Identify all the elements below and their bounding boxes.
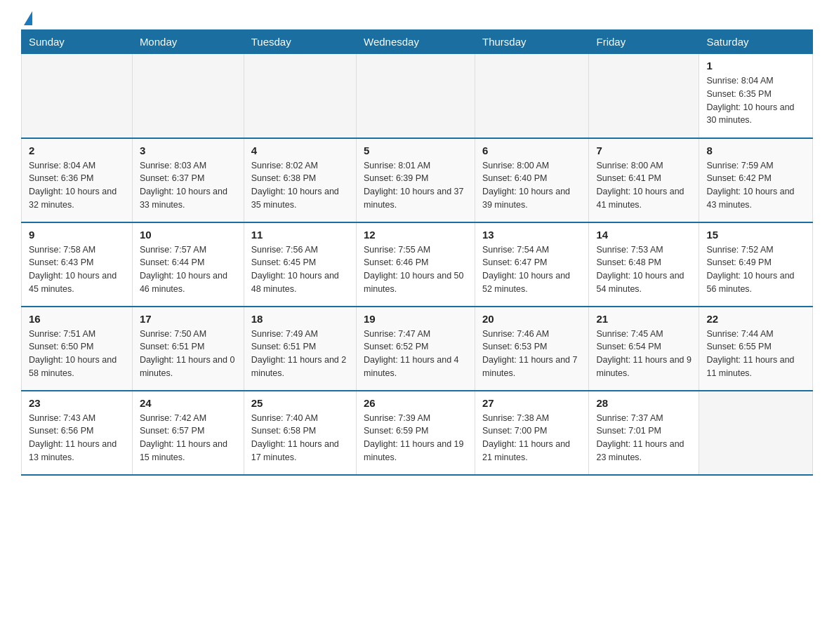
day-number: 26 — [364, 397, 468, 409]
day-number: 8 — [706, 145, 805, 156]
calendar-cell — [357, 54, 475, 138]
day-info: Sunrise: 8:04 AMSunset: 6:36 PMDaylight:… — [29, 159, 125, 212]
day-info: Sunrise: 7:47 AMSunset: 6:52 PMDaylight:… — [364, 328, 468, 380]
day-info: Sunrise: 8:03 AMSunset: 6:37 PMDaylight:… — [140, 159, 237, 212]
day-number: 21 — [596, 313, 691, 325]
calendar-week-3: 9Sunrise: 7:58 AMSunset: 6:43 PMDaylight… — [22, 222, 813, 307]
day-number: 27 — [482, 397, 581, 409]
day-info: Sunrise: 8:01 AMSunset: 6:39 PMDaylight:… — [364, 159, 468, 212]
calendar-week-2: 2Sunrise: 8:04 AMSunset: 6:36 PMDaylight… — [22, 138, 813, 222]
day-info: Sunrise: 7:49 AMSunset: 6:51 PMDaylight:… — [251, 328, 349, 380]
calendar-cell: 12Sunrise: 7:55 AMSunset: 6:46 PMDayligh… — [357, 222, 475, 307]
calendar-cell: 24Sunrise: 7:42 AMSunset: 6:57 PMDayligh… — [132, 391, 244, 475]
calendar-cell: 17Sunrise: 7:50 AMSunset: 6:51 PMDayligh… — [132, 307, 244, 391]
calendar-cell: 8Sunrise: 7:59 AMSunset: 6:42 PMDaylight… — [699, 138, 813, 222]
calendar-cell: 11Sunrise: 7:56 AMSunset: 6:45 PMDayligh… — [244, 222, 356, 307]
day-number: 3 — [140, 145, 237, 156]
day-info: Sunrise: 7:57 AMSunset: 6:44 PMDaylight:… — [140, 243, 237, 296]
day-info: Sunrise: 7:44 AMSunset: 6:55 PMDaylight:… — [706, 328, 805, 380]
calendar-cell: 3Sunrise: 8:03 AMSunset: 6:37 PMDaylight… — [132, 138, 244, 222]
calendar-cell: 9Sunrise: 7:58 AMSunset: 6:43 PMDaylight… — [22, 222, 133, 307]
day-number: 4 — [251, 145, 349, 156]
calendar-cell: 13Sunrise: 7:54 AMSunset: 6:47 PMDayligh… — [475, 222, 588, 307]
day-number: 23 — [29, 397, 125, 409]
calendar-cell: 22Sunrise: 7:44 AMSunset: 6:55 PMDayligh… — [699, 307, 813, 391]
day-number: 5 — [364, 145, 468, 156]
calendar-week-1: 1Sunrise: 8:04 AMSunset: 6:35 PMDaylight… — [22, 54, 813, 138]
logo — [21, 14, 32, 22]
day-info: Sunrise: 7:58 AMSunset: 6:43 PMDaylight:… — [29, 243, 125, 296]
day-info: Sunrise: 8:00 AMSunset: 6:40 PMDaylight:… — [482, 159, 581, 212]
calendar-cell: 18Sunrise: 7:49 AMSunset: 6:51 PMDayligh… — [244, 307, 356, 391]
day-number: 16 — [29, 313, 125, 325]
calendar-cell: 21Sunrise: 7:45 AMSunset: 6:54 PMDayligh… — [589, 307, 699, 391]
day-info: Sunrise: 7:40 AMSunset: 6:58 PMDaylight:… — [251, 412, 349, 464]
calendar-week-5: 23Sunrise: 7:43 AMSunset: 6:56 PMDayligh… — [22, 391, 813, 475]
weekday-header-monday: Monday — [132, 30, 244, 54]
calendar-week-4: 16Sunrise: 7:51 AMSunset: 6:50 PMDayligh… — [22, 307, 813, 391]
day-number: 13 — [482, 229, 581, 241]
day-info: Sunrise: 7:38 AMSunset: 7:00 PMDaylight:… — [482, 412, 581, 464]
calendar-cell: 16Sunrise: 7:51 AMSunset: 6:50 PMDayligh… — [22, 307, 133, 391]
day-info: Sunrise: 8:02 AMSunset: 6:38 PMDaylight:… — [251, 159, 349, 212]
weekday-header-row: SundayMondayTuesdayWednesdayThursdayFrid… — [22, 30, 813, 54]
day-info: Sunrise: 7:51 AMSunset: 6:50 PMDaylight:… — [29, 328, 125, 380]
day-number: 11 — [251, 229, 349, 241]
calendar-cell: 7Sunrise: 8:00 AMSunset: 6:41 PMDaylight… — [589, 138, 699, 222]
day-info: Sunrise: 7:52 AMSunset: 6:49 PMDaylight:… — [706, 243, 805, 296]
page-header — [21, 14, 813, 22]
calendar-table: SundayMondayTuesdayWednesdayThursdayFrid… — [21, 29, 813, 476]
day-info: Sunrise: 7:55 AMSunset: 6:46 PMDaylight:… — [364, 243, 468, 296]
calendar-cell — [699, 391, 813, 475]
calendar-cell: 2Sunrise: 8:04 AMSunset: 6:36 PMDaylight… — [22, 138, 133, 222]
weekday-header-thursday: Thursday — [475, 30, 588, 54]
weekday-header-friday: Friday — [589, 30, 699, 54]
day-number: 17 — [140, 313, 237, 325]
day-number: 12 — [364, 229, 468, 241]
day-info: Sunrise: 7:43 AMSunset: 6:56 PMDaylight:… — [29, 412, 125, 464]
weekday-header-tuesday: Tuesday — [244, 30, 356, 54]
calendar-cell: 6Sunrise: 8:00 AMSunset: 6:40 PMDaylight… — [475, 138, 588, 222]
calendar-cell — [475, 54, 588, 138]
day-number: 15 — [706, 229, 805, 241]
day-info: Sunrise: 7:50 AMSunset: 6:51 PMDaylight:… — [140, 328, 237, 380]
calendar-cell: 5Sunrise: 8:01 AMSunset: 6:39 PMDaylight… — [357, 138, 475, 222]
weekday-header-saturday: Saturday — [699, 30, 813, 54]
day-info: Sunrise: 7:53 AMSunset: 6:48 PMDaylight:… — [596, 243, 691, 296]
day-number: 9 — [29, 229, 125, 241]
calendar-cell — [132, 54, 244, 138]
day-number: 6 — [482, 145, 581, 156]
calendar-cell: 15Sunrise: 7:52 AMSunset: 6:49 PMDayligh… — [699, 222, 813, 307]
calendar-cell: 23Sunrise: 7:43 AMSunset: 6:56 PMDayligh… — [22, 391, 133, 475]
day-info: Sunrise: 8:04 AMSunset: 6:35 PMDaylight:… — [706, 74, 805, 127]
day-number: 19 — [364, 313, 468, 325]
calendar-cell: 4Sunrise: 8:02 AMSunset: 6:38 PMDaylight… — [244, 138, 356, 222]
weekday-header-wednesday: Wednesday — [357, 30, 475, 54]
calendar-cell: 28Sunrise: 7:37 AMSunset: 7:01 PMDayligh… — [589, 391, 699, 475]
calendar-cell: 1Sunrise: 8:04 AMSunset: 6:35 PMDaylight… — [699, 54, 813, 138]
day-number: 28 — [596, 397, 691, 409]
calendar-cell — [244, 54, 356, 138]
day-number: 22 — [706, 313, 805, 325]
day-number: 14 — [596, 229, 691, 241]
calendar-cell: 25Sunrise: 7:40 AMSunset: 6:58 PMDayligh… — [244, 391, 356, 475]
day-info: Sunrise: 7:54 AMSunset: 6:47 PMDaylight:… — [482, 243, 581, 296]
day-number: 7 — [596, 145, 691, 156]
day-info: Sunrise: 7:39 AMSunset: 6:59 PMDaylight:… — [364, 412, 468, 464]
day-info: Sunrise: 7:46 AMSunset: 6:53 PMDaylight:… — [482, 328, 581, 380]
day-number: 20 — [482, 313, 581, 325]
day-info: Sunrise: 7:45 AMSunset: 6:54 PMDaylight:… — [596, 328, 691, 380]
day-info: Sunrise: 7:56 AMSunset: 6:45 PMDaylight:… — [251, 243, 349, 296]
day-info: Sunrise: 7:42 AMSunset: 6:57 PMDaylight:… — [140, 412, 237, 464]
logo-triangle-icon — [24, 11, 32, 25]
calendar-cell: 19Sunrise: 7:47 AMSunset: 6:52 PMDayligh… — [357, 307, 475, 391]
day-info: Sunrise: 8:00 AMSunset: 6:41 PMDaylight:… — [596, 159, 691, 212]
calendar-cell: 27Sunrise: 7:38 AMSunset: 7:00 PMDayligh… — [475, 391, 588, 475]
day-number: 18 — [251, 313, 349, 325]
day-info: Sunrise: 7:37 AMSunset: 7:01 PMDaylight:… — [596, 412, 691, 464]
calendar-cell: 26Sunrise: 7:39 AMSunset: 6:59 PMDayligh… — [357, 391, 475, 475]
day-number: 2 — [29, 145, 125, 156]
calendar-cell: 14Sunrise: 7:53 AMSunset: 6:48 PMDayligh… — [589, 222, 699, 307]
day-number: 24 — [140, 397, 237, 409]
day-number: 1 — [706, 60, 805, 72]
